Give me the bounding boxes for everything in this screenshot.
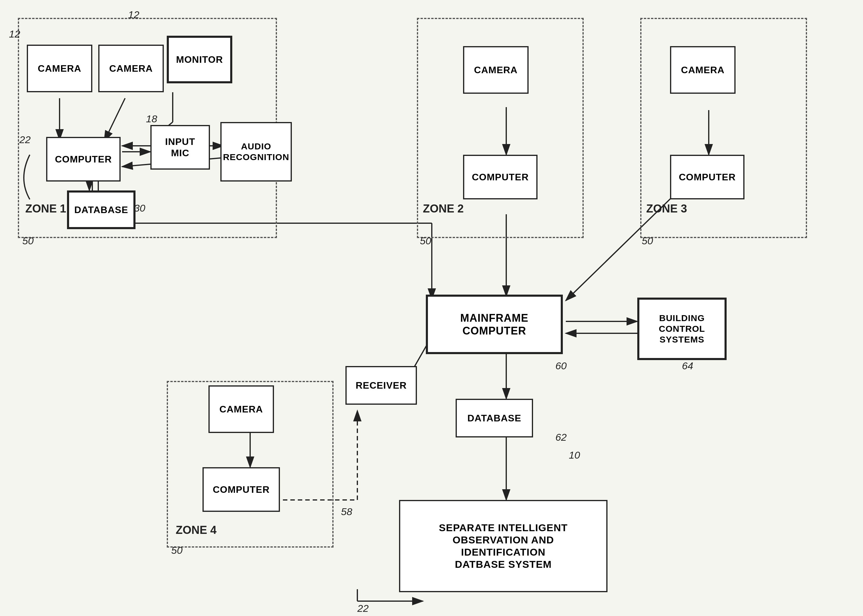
input-mic-box: INPUT MIC: [150, 125, 210, 170]
computer4-box: COMPUTER: [203, 467, 280, 512]
ref-12-top: 12: [128, 9, 139, 20]
camera5-box: CAMERA: [208, 385, 274, 433]
mainframe-box: MAINFRAME COMPUTER: [426, 295, 563, 354]
sioids-box: SEPARATE INTELLIGENT OBSERVATION AND IDE…: [399, 500, 608, 592]
ref-62: 62: [555, 432, 567, 443]
camera4-box: CAMERA: [670, 46, 735, 94]
ref-50-z3: 50: [642, 235, 653, 247]
camera2-box: CAMERA: [98, 45, 164, 92]
monitor-box: MONITOR: [167, 36, 232, 83]
computer2-box: COMPUTER: [463, 155, 537, 200]
camera1-box: CAMERA: [27, 45, 92, 92]
audio-recognition-box: AUDIO RECOGNITION: [220, 122, 292, 182]
ref-18: 18: [146, 113, 157, 125]
ref-12-left: 12: [9, 28, 20, 40]
ref-64: 64: [682, 360, 693, 372]
ref-50-z1: 50: [22, 235, 34, 247]
zone3-label: ZONE 3: [646, 202, 687, 215]
ref-30: 30: [134, 202, 145, 214]
zone1-label: ZONE 1: [25, 202, 66, 215]
zone2-label: ZONE 2: [423, 202, 464, 215]
ref-50-z2: 50: [420, 235, 431, 247]
computer1-box: COMPUTER: [46, 137, 121, 182]
ref-10-1: 10: [569, 449, 580, 461]
receiver-box: RECEIVER: [345, 366, 417, 405]
ref-60: 60: [555, 360, 567, 372]
ref-22-bottom: 22: [357, 603, 369, 614]
building-control-box: BUILDING CONTROL SYSTEMS: [637, 298, 727, 360]
ref-58: 58: [341, 506, 352, 517]
database1-box: DATABASE: [67, 190, 135, 229]
ref-50-z4: 50: [171, 545, 183, 556]
computer3-box: COMPUTER: [670, 155, 745, 200]
ref-22-left: 22: [19, 134, 31, 146]
camera3-box: CAMERA: [463, 46, 529, 94]
zone4-label: ZONE 4: [176, 524, 216, 537]
database2-box: DATABASE: [456, 399, 533, 437]
